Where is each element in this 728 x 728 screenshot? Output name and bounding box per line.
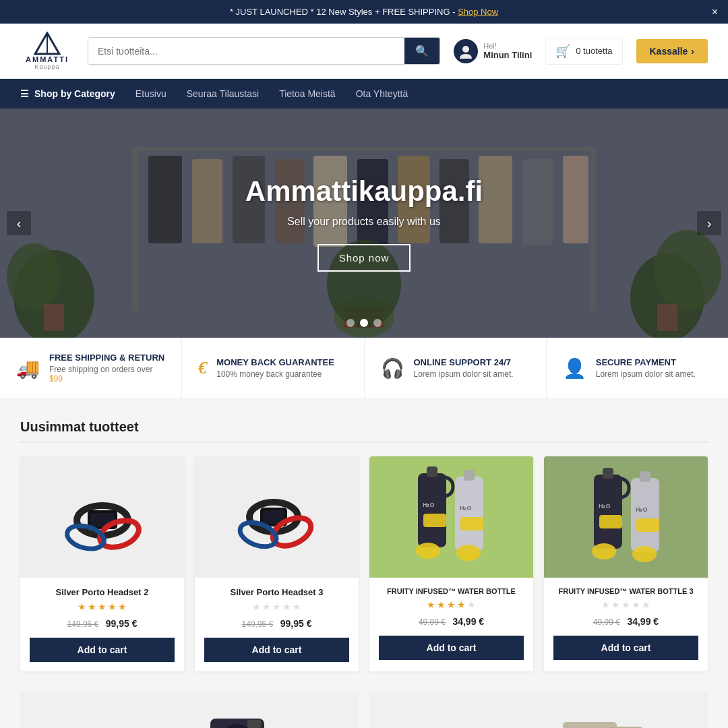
user-greeting: Hei! bbox=[483, 42, 532, 50]
cart-button[interactable]: 🛒 0 tuotetta bbox=[545, 38, 622, 65]
logo-icon bbox=[34, 32, 61, 55]
add-to-cart-button-3[interactable]: Add to cart bbox=[379, 636, 524, 660]
banner-action[interactable]: ACTION Starting from bbox=[20, 692, 359, 728]
svg-point-58 bbox=[592, 543, 616, 559]
add-to-cart-button-1[interactable]: Add to cart bbox=[30, 638, 175, 662]
product-name-3: FRUITY INFUSED™ WATER BOTTLE bbox=[379, 587, 524, 595]
hero-dot-2[interactable] bbox=[360, 319, 368, 327]
feature-moneyback-desc: 100% money back guarantee bbox=[216, 369, 334, 379]
product-stars-1: ★ ★ ★ ★ ★ bbox=[30, 601, 175, 612]
user-account: Minun Tilini bbox=[483, 50, 532, 60]
payment-icon: 👤 bbox=[563, 357, 586, 380]
close-icon[interactable]: × bbox=[712, 6, 718, 18]
product-price-1: 149,95 € 99,95 € bbox=[30, 617, 175, 630]
feature-shipping-desc: Free shipping on orders over $99 bbox=[49, 365, 165, 384]
checkout-button[interactable]: Kassalle › bbox=[636, 39, 708, 63]
product-name-4: FRUITY INFUSED™ WATER BOTTLE 3 bbox=[553, 587, 698, 595]
product-image-2 bbox=[195, 456, 359, 578]
banner-link[interactable]: Shop Now bbox=[458, 7, 498, 17]
feature-shipping: 🚚 FREE SHIPPING & RETURN Free shipping o… bbox=[0, 338, 182, 398]
hero-dot-3[interactable] bbox=[373, 319, 382, 327]
svg-rect-42 bbox=[455, 477, 483, 551]
hero-dots bbox=[346, 319, 382, 327]
nav-home[interactable]: Etusivu bbox=[135, 79, 166, 109]
feature-payment-desc: Lorem ipsum dolor sit amet. bbox=[596, 369, 696, 379]
product-name-2: Silver Porto Headset 3 bbox=[204, 587, 349, 597]
nav-tracking[interactable]: Seuraa Tilaustasi bbox=[187, 79, 259, 109]
product-image-4: H₂O H₂O bbox=[544, 456, 708, 578]
moneyback-icon: € bbox=[198, 358, 207, 378]
old-price-4: 49,99 € bbox=[593, 617, 620, 627]
svg-point-59 bbox=[632, 546, 657, 562]
hero-next-button[interactable]: › bbox=[697, 211, 721, 235]
product-card-4: H₂O H₂O FRUITY INFUSED™ WATER BOTTLE 3 ★… bbox=[544, 456, 708, 671]
feature-support-desc: Lorem ipsum dolor sit amet. bbox=[414, 369, 514, 379]
old-price-2: 149,95 € bbox=[242, 619, 274, 629]
product-stars-2: ★ ★ ★ ★ ★ bbox=[204, 601, 349, 612]
svg-point-2 bbox=[462, 46, 469, 53]
cart-count: 0 tuotetta bbox=[576, 46, 612, 56]
svg-rect-40 bbox=[427, 466, 437, 477]
bottom-banners: ACTION Starting from FOR ALL bbox=[0, 692, 728, 728]
feature-moneyback: € MONEY BACK GUARANTEE 100% money back g… bbox=[182, 338, 364, 398]
logo[interactable]: AMMATTI Kauppa bbox=[20, 32, 74, 70]
logo-sub: Kauppa bbox=[34, 63, 59, 70]
hero-dot-1[interactable] bbox=[346, 319, 355, 327]
old-price-1: 149,95 € bbox=[67, 619, 99, 629]
banner-text: * JUST LAUNCHED * 12 New Styles + FREE S… bbox=[230, 7, 456, 17]
hero-banner: Ammattikauppa.fi Sell your products easi… bbox=[0, 109, 728, 338]
svg-point-47 bbox=[416, 543, 440, 559]
svg-rect-51 bbox=[603, 468, 613, 479]
product-stars-3: ★ ★ ★ ★ ★ bbox=[379, 599, 524, 610]
shipping-icon: 🚚 bbox=[16, 357, 40, 380]
nav-about[interactable]: Tietoa Meistä bbox=[279, 79, 336, 109]
category-label: Shop by Category bbox=[34, 88, 115, 99]
add-to-cart-button-4[interactable]: Add to cart bbox=[553, 636, 698, 660]
search-input[interactable] bbox=[88, 38, 404, 64]
hero-subtitle: Sell your products easily with us bbox=[245, 216, 483, 228]
hero-shop-now-button[interactable]: Shop now bbox=[317, 244, 411, 272]
top-banner: * JUST LAUNCHED * 12 New Styles + FREE S… bbox=[0, 0, 728, 24]
svg-rect-39 bbox=[418, 473, 446, 547]
svg-point-48 bbox=[456, 545, 481, 561]
svg-rect-65 bbox=[247, 720, 261, 728]
feature-moneyback-title: MONEY BACK GUARANTEE bbox=[216, 357, 334, 367]
svg-rect-55 bbox=[636, 518, 659, 532]
product-image-3: H₂O H₂O bbox=[369, 456, 533, 578]
shipping-amount: $99 bbox=[49, 374, 63, 384]
svg-rect-43 bbox=[464, 470, 475, 481]
product-card-2: Silver Porto Headset 3 ★ ★ ★ ★ ★ 149,95 … bbox=[195, 456, 359, 671]
nav-contact[interactable]: Ota Yhteyttä bbox=[356, 79, 408, 109]
svg-text:H₂O: H₂O bbox=[423, 502, 435, 508]
new-price-1: 99,95 € bbox=[106, 618, 138, 629]
products-section: Uusimmat tuotteet Silver Porto Headset 2 bbox=[0, 399, 728, 692]
search-button[interactable]: 🔍 bbox=[404, 38, 439, 64]
user-menu[interactable]: Hei! Minun Tilini bbox=[454, 39, 532, 63]
category-menu[interactable]: ☰ Shop by Category bbox=[20, 79, 115, 109]
svg-rect-54 bbox=[640, 471, 650, 482]
features-bar: 🚚 FREE SHIPPING & RETURN Free shipping o… bbox=[0, 338, 728, 399]
hero-content: Ammattikauppa.fi Sell your products easi… bbox=[245, 175, 483, 272]
feature-payment: 👤 SECURE PAYMENT Lorem ipsum dolor sit a… bbox=[547, 338, 728, 398]
banner-forall[interactable]: FOR ALL Starting from bbox=[369, 692, 708, 728]
new-price-2: 99,95 € bbox=[280, 618, 312, 629]
chevron-right-icon: › bbox=[691, 46, 694, 57]
main-nav: ☰ Shop by Category Etusivu Seuraa Tilaus… bbox=[0, 79, 728, 109]
svg-text:H₂O: H₂O bbox=[460, 505, 472, 512]
new-price-4: 34,99 € bbox=[627, 616, 659, 627]
search-bar: 🔍 bbox=[88, 37, 440, 65]
header: AMMATTI Kauppa 🔍 Hei! Minun Tilini 🛒 0 t… bbox=[0, 24, 728, 79]
hero-prev-button[interactable]: ‹ bbox=[7, 211, 31, 235]
product-image-1 bbox=[20, 456, 184, 578]
svg-rect-44 bbox=[460, 517, 483, 530]
product-info-3: FRUITY INFUSED™ WATER BOTTLE ★ ★ ★ ★ ★ 4… bbox=[369, 578, 533, 669]
product-price-3: 49,99 € 34,99 € bbox=[379, 615, 524, 628]
product-info-4: FRUITY INFUSED™ WATER BOTTLE 3 ★ ★ ★ ★ ★… bbox=[544, 578, 708, 669]
add-to-cart-button-2[interactable]: Add to cart bbox=[204, 638, 349, 662]
cart-icon: 🛒 bbox=[555, 44, 570, 59]
svg-text:H₂O: H₂O bbox=[636, 506, 648, 513]
product-price-2: 149,95 € 99,95 € bbox=[204, 617, 349, 630]
product-stars-4: ★ ★ ★ ★ ★ bbox=[553, 599, 698, 610]
new-price-3: 34,99 € bbox=[452, 616, 484, 627]
feature-payment-title: SECURE PAYMENT bbox=[596, 357, 696, 367]
